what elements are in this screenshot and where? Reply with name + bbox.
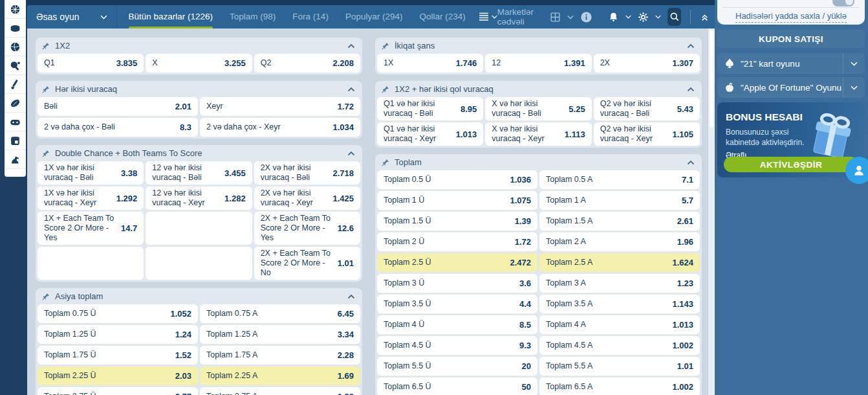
support-button[interactable] <box>845 157 868 184</box>
odds-cell[interactable]: Toplam 0.5 A7.1 <box>539 170 700 189</box>
odds-cell[interactable]: Q22.208 <box>254 54 360 73</box>
collapse-chevron-icon[interactable] <box>347 87 355 92</box>
odds-cell[interactable]: 2X + Each Team To Score 2 Or More - No1.… <box>254 247 360 280</box>
collapse-chevron-icon[interactable] <box>687 43 695 49</box>
scrollbar-thumb[interactable] <box>710 30 713 128</box>
save-events-toggle[interactable] <box>832 0 854 6</box>
odds-cell[interactable]: Toplam 4.5 A1.002 <box>539 336 700 355</box>
odds-cell[interactable]: Toplam 1.5 Ü1.39 <box>377 212 537 231</box>
settings-gear-icon[interactable] <box>638 12 649 23</box>
odds-cell[interactable]: 2X + Each Team To Score 2 Or More - Yes1… <box>254 212 360 245</box>
odds-cell[interactable]: 1X + Each Team To Score 2 Or More - Yes1… <box>38 212 144 245</box>
save-events-link[interactable]: Hadisələri yadda saxla / yüklə <box>717 11 865 21</box>
search-button[interactable] <box>667 8 682 26</box>
odds-cell[interactable]: Toplam 4 Ü8.5 <box>377 315 537 334</box>
american-football-icon[interactable] <box>5 94 26 113</box>
odds-cell[interactable]: Q13.835 <box>38 54 144 73</box>
odds-cell[interactable]: Q1 və hər ikisi vuracaq - Bəli8.95 <box>377 97 483 120</box>
odds-cell[interactable]: Toplam 2.5 A1.624 <box>539 253 700 272</box>
odds-cell[interactable]: Toplam 1.5 A2.61 <box>539 212 700 231</box>
bonus-activate-button[interactable]: AKTİVLƏŞDİR <box>724 157 858 172</box>
odds-cell[interactable]: Toplam 2.25 Ü2.03 <box>38 367 198 385</box>
chevron-down-icon[interactable] <box>625 15 631 19</box>
tab-fora-14[interactable]: Fora (14) <box>292 5 329 28</box>
odds-cell[interactable]: Toplam 6.5 Ü50 <box>377 378 537 395</box>
tab-qollar-234[interactable]: Qollar (234) <box>419 5 465 28</box>
odds-cell[interactable]: Q2 və hər ikisi vuracaq - Xeyr1.105 <box>594 122 700 146</box>
scrollbar[interactable] <box>708 28 715 395</box>
main-game-dropdown[interactable]: Əsas oyun <box>27 5 116 28</box>
odds-cell[interactable]: Toplam 2.25 A1.69 <box>200 367 360 385</box>
collapse-chevron-icon[interactable] <box>347 151 355 156</box>
ice-hockey-icon[interactable] <box>5 19 26 38</box>
grid-view-icon[interactable] <box>550 12 561 23</box>
odds-cell[interactable]: Toplam 1 Ü1.075 <box>377 191 537 210</box>
odds-cell[interactable]: Q2 və hər ikisi vuracaq - Bəli5.43 <box>594 97 700 120</box>
tab-b-t-n-bazarlar-1226[interactable]: Bütün bazarlar (1226) <box>129 5 213 28</box>
chevron-down-icon[interactable] <box>843 53 865 74</box>
chevron-down-icon[interactable] <box>567 15 574 19</box>
odds-cell[interactable]: Toplam 3.5 A1.143 <box>539 295 700 313</box>
odds-cell[interactable]: 12 və hər ikisi vuracaq - Bəli3.455 <box>146 161 252 185</box>
odds-cell[interactable]: Bəli2.01 <box>38 97 198 116</box>
chevron-down-icon[interactable] <box>843 77 865 98</box>
game-item-apple-of-fortune-oyunu[interactable]: "Apple Of Fortune" Oyunu <box>717 77 865 98</box>
odds-cell[interactable]: Toplam 3 Ü3.6 <box>377 274 537 293</box>
odds-cell[interactable]: 2X və hər ikisi vuracaq - Xeyr1.425 <box>254 186 360 210</box>
odds-cell[interactable]: Toplam 1.75 A2.28 <box>200 346 360 365</box>
info-icon[interactable] <box>580 11 592 23</box>
notifications-bell-icon[interactable] <box>608 11 619 23</box>
odds-cell[interactable]: Toplam 3.5 Ü4.4 <box>377 295 537 313</box>
odds-cell[interactable]: Toplam 0.75 A6.45 <box>200 304 360 323</box>
odds-cell[interactable]: 1X və hər ikisi vuracaq - Bəli3.38 <box>38 161 144 185</box>
odds-cell[interactable]: Toplam 1 A5.7 <box>539 191 700 210</box>
game-item-21-kart-oyunu[interactable]: "21" kart oyunu <box>717 53 865 74</box>
odds-cell[interactable]: 2 və daha çox - Xeyr1.034 <box>200 118 360 137</box>
odds-cell[interactable]: 2 və daha çox - Bəli8.3 <box>38 118 198 137</box>
table-tennis-icon[interactable] <box>5 56 26 75</box>
odds-cell[interactable]: 121.391 <box>485 54 591 73</box>
odds-cell[interactable]: Toplam 1.25 Ü1.24 <box>38 325 198 344</box>
chevron-down-icon[interactable] <box>655 15 661 19</box>
odds-cell[interactable]: Toplam 4.5 Ü9.3 <box>377 336 537 355</box>
odds-cell[interactable]: 2X və hər ikisi vuracaq - Bəli2.718 <box>254 161 360 185</box>
odds-cell[interactable]: Q1 və hər ikisi vuracaq - Xeyr1.013 <box>377 122 483 146</box>
odds-cell[interactable]: Toplam 2 A1.96 <box>539 232 700 251</box>
odds-cell[interactable]: 1X və hər ikisi vuracaq - Xeyr1.292 <box>38 186 144 210</box>
collapse-chevron-icon[interactable] <box>347 43 355 49</box>
odds-cell[interactable]: Toplam 2 Ü1.72 <box>377 232 537 251</box>
odds-cell[interactable]: Toplam 0.5 Ü1.036 <box>377 170 537 189</box>
odds-cell[interactable]: Toplam 3 A1.23 <box>539 274 700 293</box>
collapse-chevron-icon[interactable] <box>687 87 695 92</box>
market-groups-menu[interactable] <box>479 12 497 21</box>
basketball-icon[interactable] <box>5 0 26 19</box>
odds-cell[interactable]: Toplam 0.75 Ü1.052 <box>38 304 198 323</box>
odds-cell[interactable]: Toplam 5.5 A1.01 <box>539 357 700 376</box>
horse-racing-icon[interactable] <box>5 150 26 169</box>
odds-cell[interactable]: Xeyr1.72 <box>200 97 360 116</box>
odds-cell[interactable]: X3.255 <box>146 54 252 73</box>
odds-cell[interactable]: Toplam 1.75 Ü1.52 <box>38 346 198 365</box>
tab-populyar-294[interactable]: Populyar (294) <box>345 5 403 28</box>
odds-cell[interactable]: Toplam 6.5 A1.002 <box>539 378 700 395</box>
collapse-chevron-icon[interactable] <box>347 294 355 299</box>
odds-cell[interactable]: Toplam 1.25 A3.34 <box>200 325 360 344</box>
odds-cell[interactable]: X və hər ikisi vuracaq - Bəli5.25 <box>485 97 591 120</box>
odds-cell[interactable]: 12 və hər ikisi vuracaq - Xeyr1.282 <box>146 186 252 210</box>
odds-cell[interactable]: Toplam 2.75 A1.38 <box>200 387 360 395</box>
volleyball-icon[interactable] <box>5 38 26 56</box>
special-bets-icon[interactable] <box>5 131 26 150</box>
odds-cell[interactable]: Toplam 4 A1.013 <box>539 315 700 334</box>
odds-cell[interactable]: 2X1.307 <box>594 54 700 73</box>
odds-cell[interactable]: Toplam 2.75 Ü2.77 <box>38 387 198 395</box>
odds-cell[interactable]: Toplam 2.5 Ü2.472 <box>377 253 537 272</box>
collapse-all-button[interactable] <box>700 12 710 22</box>
cricket-icon[interactable] <box>5 75 26 94</box>
odds-cell[interactable]: X və hər ikisi vuracaq - Xeyr1.113 <box>485 122 591 146</box>
odds-cell[interactable]: Toplam 5.5 Ü20 <box>377 357 537 376</box>
esports-icon[interactable] <box>5 113 26 131</box>
collapse-chevron-icon[interactable] <box>687 160 695 165</box>
tab-toplam-98[interactable]: Toplam (98) <box>230 5 276 28</box>
odds-cell[interactable]: 1X1.746 <box>377 54 483 73</box>
kupon-satisi-button[interactable]: KUPON SATIŞI <box>717 30 865 48</box>
